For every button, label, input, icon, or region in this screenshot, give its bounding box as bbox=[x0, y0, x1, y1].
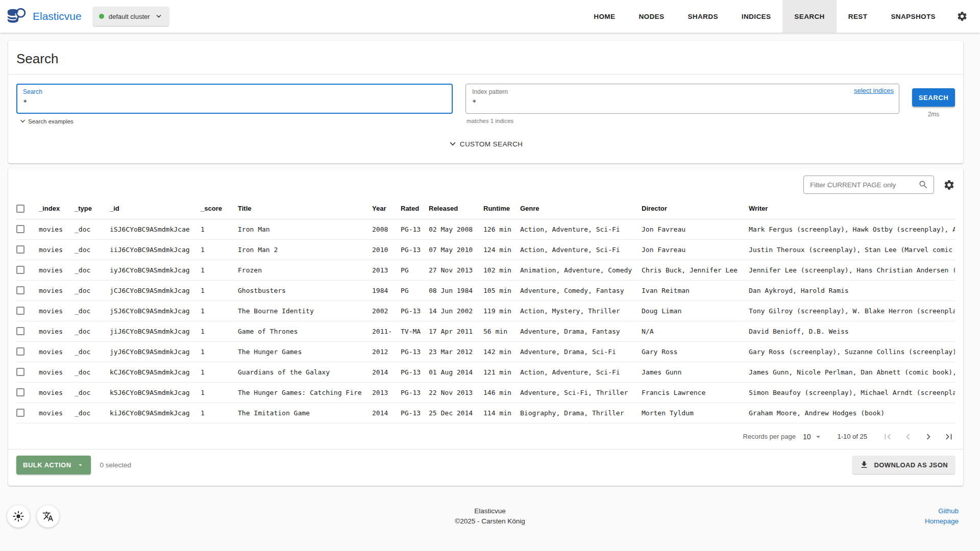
cell-released: 07 May 2010 bbox=[429, 239, 483, 260]
col-header-director[interactable]: Director bbox=[642, 201, 749, 219]
table-row[interactable]: movies_dociSJ6CYoBC9ASmdmkJcae1Iron Man2… bbox=[16, 219, 955, 239]
filter-input[interactable] bbox=[809, 181, 918, 189]
table-row[interactable]: movies_dockiJ6CYoBC9ASmdmkJcag1The Imita… bbox=[16, 403, 955, 423]
index-pattern-field[interactable]: Index pattern * select indices bbox=[465, 84, 899, 114]
table-row[interactable]: movies_dockCJ6CYoBC9ASmdmkJcag1Guardians… bbox=[16, 362, 955, 382]
row-checkbox[interactable] bbox=[16, 327, 24, 335]
cell-genre: Adventure, Sci-Fi, Thriller bbox=[520, 382, 642, 403]
matches-indices-text: matches 1 indices bbox=[467, 118, 899, 124]
table-row[interactable]: movies_dociiJ6CYoBC9ASmdmkJcag1Iron Man … bbox=[16, 239, 955, 260]
table-row[interactable]: movies_dockSJ6CYoBC9ASmdmkJcag1The Hunge… bbox=[16, 382, 955, 403]
cell-year: 1984 bbox=[372, 280, 401, 300]
nav-item-snapshots[interactable]: SNAPSHOTS bbox=[879, 0, 947, 33]
row-checkbox[interactable] bbox=[16, 307, 24, 315]
records-per-page-dropdown[interactable] bbox=[814, 432, 823, 441]
last-page-icon[interactable] bbox=[943, 431, 955, 443]
row-checkbox[interactable] bbox=[16, 409, 24, 417]
homepage-link[interactable]: Homepage bbox=[925, 516, 959, 527]
cluster-selector[interactable]: default cluster bbox=[93, 7, 169, 26]
row-checkbox[interactable] bbox=[16, 266, 24, 274]
page-title: Search bbox=[8, 41, 963, 74]
cell-genre: Action, Adventure, Sci-Fi bbox=[520, 239, 642, 260]
col-header-runtime[interactable]: Runtime bbox=[483, 201, 520, 219]
col-header-title[interactable]: Title bbox=[238, 201, 372, 219]
cell-type: _doc bbox=[75, 341, 110, 362]
nav-item-rest[interactable]: REST bbox=[837, 0, 879, 33]
nav-item-search[interactable]: SEARCH bbox=[782, 0, 836, 33]
nav-item-nodes[interactable]: NODES bbox=[627, 0, 676, 33]
table-row[interactable]: movies_docjCJ6CYoBC9ASmdmkJcag1Ghostbust… bbox=[16, 280, 955, 300]
cell-title: The Hunger Games: Catching Fire bbox=[238, 382, 372, 403]
search-card: Search Search * Search examples Index pa… bbox=[8, 41, 963, 163]
cell-type: _doc bbox=[75, 300, 110, 321]
col-header-score[interactable]: _score bbox=[201, 201, 238, 219]
table-row[interactable]: movies_docjyJ6CYoBC9ASmdmkJcag1The Hunge… bbox=[16, 341, 955, 362]
col-header-year[interactable]: Year bbox=[372, 201, 401, 219]
row-checkbox[interactable] bbox=[16, 225, 24, 233]
cell-type: _doc bbox=[75, 219, 110, 239]
cell-runtime: 146 min bbox=[483, 382, 520, 403]
col-header-id[interactable]: _id bbox=[110, 201, 201, 219]
records-per-page-value[interactable]: 10 bbox=[803, 433, 811, 441]
prev-page-icon[interactable] bbox=[902, 431, 914, 443]
row-checkbox[interactable] bbox=[16, 347, 24, 356]
nav-item-home[interactable]: HOME bbox=[582, 0, 627, 33]
row-checkbox[interactable] bbox=[16, 245, 24, 254]
theme-toggle-button[interactable] bbox=[7, 505, 30, 528]
search-query-value[interactable]: * bbox=[23, 97, 446, 107]
nav-item-indices[interactable]: INDICES bbox=[730, 0, 783, 33]
table-settings-gear-icon[interactable] bbox=[943, 179, 955, 191]
results-card: _index _type _id _score Title Year Rated… bbox=[8, 168, 963, 486]
github-link[interactable]: Github bbox=[925, 506, 959, 516]
col-header-rated[interactable]: Rated bbox=[401, 201, 429, 219]
col-header-released[interactable]: Released bbox=[429, 201, 483, 219]
translate-icon bbox=[42, 511, 54, 522]
custom-search-label: CUSTOM SEARCH bbox=[460, 140, 523, 148]
cell-year: 2002 bbox=[372, 300, 401, 321]
cell-genre: Animation, Adventure, Comedy bbox=[520, 260, 642, 280]
cell-genre: Action, Mystery, Thriller bbox=[520, 300, 642, 321]
next-page-icon[interactable] bbox=[922, 431, 935, 443]
filter-input-box bbox=[803, 176, 934, 194]
search-query-field[interactable]: Search * bbox=[16, 84, 453, 114]
select-indices-link[interactable]: select indices bbox=[854, 87, 894, 94]
index-pattern-value[interactable]: * bbox=[472, 97, 893, 107]
download-json-button[interactable]: DOWNLOAD AS JSON bbox=[852, 456, 955, 474]
bulk-action-button[interactable]: BULK ACTION bbox=[16, 456, 91, 474]
index-pattern-label: Index pattern bbox=[472, 88, 893, 96]
cell-id: jiJ6CYoBC9ASmdmkJcag bbox=[110, 321, 201, 341]
table-row[interactable]: movies_docjiJ6CYoBC9ASmdmkJcag1Game of T… bbox=[16, 321, 955, 341]
search-examples-toggle[interactable]: Search examples bbox=[19, 118, 453, 124]
first-page-icon[interactable] bbox=[881, 431, 894, 443]
cell-title: The Bourne Identity bbox=[238, 300, 372, 321]
results-body: movies_dociSJ6CYoBC9ASmdmkJcae1Iron Man2… bbox=[16, 219, 955, 423]
cell-year: 2008 bbox=[372, 219, 401, 239]
pagination: Records per page 10 1-10 of 25 bbox=[8, 423, 963, 449]
table-row[interactable]: movies_dociyJ6CYoBC9ASmdmkJcag1Frozen201… bbox=[16, 260, 955, 280]
custom-search-toggle[interactable]: CUSTOM SEARCH bbox=[8, 140, 963, 163]
cell-released: 27 Nov 2013 bbox=[429, 260, 483, 280]
cell-writer: Dan Aykroyd, Harold Ramis bbox=[749, 280, 955, 300]
col-header-genre[interactable]: Genre bbox=[520, 201, 642, 219]
row-checkbox[interactable] bbox=[16, 368, 24, 376]
row-checkbox[interactable] bbox=[16, 388, 24, 396]
col-header-index[interactable]: _index bbox=[39, 201, 75, 219]
main-content: Search Search * Search examples Index pa… bbox=[0, 41, 980, 486]
records-per-page-label: Records per page bbox=[743, 433, 796, 440]
table-row[interactable]: movies_docjSJ6CYoBC9ASmdmkJcag1The Bourn… bbox=[16, 300, 955, 321]
cell-score: 1 bbox=[201, 341, 238, 362]
cell-runtime: 119 min bbox=[483, 300, 520, 321]
col-header-writer[interactable]: Writer bbox=[749, 201, 955, 219]
app-logo: Elasticvue bbox=[6, 7, 93, 26]
translate-button[interactable] bbox=[37, 505, 59, 528]
nav-item-shards[interactable]: SHARDS bbox=[676, 0, 729, 33]
search-button[interactable]: SEARCH bbox=[912, 88, 955, 107]
settings-gear-icon[interactable] bbox=[947, 0, 968, 33]
cell-rated: PG-13 bbox=[401, 362, 429, 382]
brand-title: Elasticvue bbox=[33, 10, 82, 22]
cell-writer: Jennifer Lee (screenplay), Hans Christia… bbox=[749, 260, 955, 280]
row-checkbox[interactable] bbox=[16, 286, 24, 294]
col-header-type[interactable]: _type bbox=[75, 201, 110, 219]
select-all-checkbox[interactable] bbox=[16, 205, 24, 213]
cell-director: Morten Tyldum bbox=[642, 403, 749, 423]
